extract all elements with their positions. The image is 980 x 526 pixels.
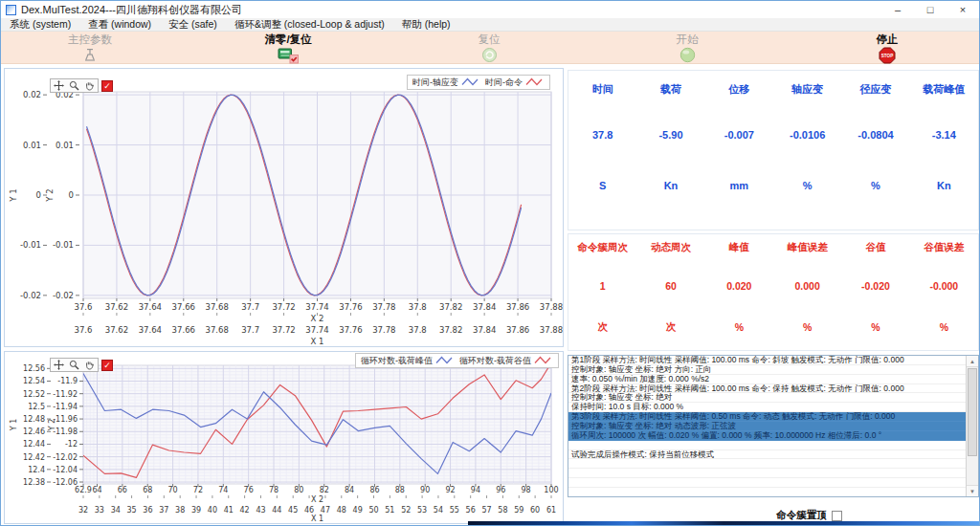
- legend-line-icon: [534, 355, 553, 367]
- svg-text:37.78: 37.78: [372, 325, 395, 335]
- pan-tool-icon[interactable]: [83, 359, 96, 371]
- close-button[interactable]: ×: [947, 1, 979, 18]
- log-row[interactable]: 第1阶段 采样方法: 时间线性 采样阈值: 100.00 ms 命令: 斜坡 触…: [568, 356, 966, 365]
- scroll-down-icon[interactable]: ▼: [967, 485, 978, 496]
- scroll-up-icon[interactable]: ▲: [967, 356, 978, 367]
- cycle-readout-table: 命令簇周次动态周次峰值峰值误差谷值谷值误差1600.0200.000-0.020…: [568, 233, 979, 351]
- pan-tool-icon[interactable]: [83, 79, 96, 92]
- x2-axis-label: X 2: [311, 495, 323, 504]
- menu-item-help[interactable]: 帮助 (help): [393, 18, 459, 32]
- menu-item-loop-adjust[interactable]: 循环&调整 (closed-Loop & adjust): [226, 18, 393, 32]
- svg-text:37.7: 37.7: [241, 302, 259, 312]
- svg-text:74: 74: [218, 486, 228, 494]
- readout-unit-5: %: [910, 311, 978, 343]
- command-pin-checkbox[interactable]: [832, 511, 842, 521]
- svg-text:37.66: 37.66: [172, 325, 195, 335]
- readout-value-5: -3.14: [910, 107, 978, 163]
- y2-axis-label: Y 2: [45, 188, 55, 202]
- svg-text:-0.01: -0.01: [53, 240, 74, 250]
- readout-header-1: 动态周次: [636, 234, 704, 261]
- svg-text:-11.9: -11.9: [57, 377, 78, 385]
- readout-value-3: -0.0106: [773, 107, 841, 163]
- log-row[interactable]: 控制对象: 轴应变 坐标: 绝对: [568, 393, 966, 403]
- readout-header-3: 峰值误差: [773, 234, 841, 261]
- svg-text:37.6: 37.6: [75, 302, 93, 312]
- svg-text:84: 84: [345, 486, 354, 494]
- legend-item[interactable]: 时间-命令: [485, 77, 545, 89]
- svg-text:45: 45: [288, 506, 298, 515]
- svg-text:37.8: 37.8: [409, 302, 427, 312]
- scrollbar-thumb[interactable]: [968, 368, 977, 456]
- toolbar-label-master-params: 主控参数: [33, 33, 147, 47]
- log-row[interactable]: [568, 469, 966, 478]
- move-tool-icon[interactable]: [53, 79, 65, 92]
- log-row[interactable]: [568, 441, 966, 450]
- log-row[interactable]: 控制对象: 轴应变 坐标: 绝对 方向: 正向: [568, 365, 966, 375]
- svg-text:42: 42: [240, 506, 250, 515]
- svg-text:82: 82: [320, 486, 329, 494]
- log-row[interactable]: 循环周次: 100000 次 幅值: 0.020 % 偏置: 0.000 % 频…: [568, 431, 966, 441]
- toolbar-button-reset[interactable]: 复位: [432, 33, 546, 67]
- svg-text:37.68: 37.68: [206, 325, 229, 335]
- readout-value-5: -0.000: [910, 261, 978, 311]
- log-row[interactable]: 保持时间: 10.0 s 目标: 0.000 %: [568, 403, 966, 412]
- log-row[interactable]: 速率: 0.050 %/min 加速度: 0.000 %/s2: [568, 375, 966, 384]
- cycle-log-plot[interactable]: 12.56-11.8812.54-11.912.52-11.9212.5-11.…: [5, 352, 563, 523]
- svg-text:37.6: 37.6: [75, 325, 93, 335]
- readout-value-1: -5.90: [636, 107, 704, 163]
- toolbar-button-start[interactable]: 开始: [630, 33, 745, 67]
- menu-item-safe[interactable]: 安全 (safe): [160, 18, 226, 32]
- legend-item[interactable]: 循环对数-载荷谷值: [459, 355, 553, 367]
- plot-visible-checkbox[interactable]: ✓: [101, 360, 113, 371]
- log-row[interactable]: 控制对象: 轴应变 坐标: 绝对 动态波形: 正弦波: [568, 422, 966, 431]
- svg-text:37.62: 37.62: [105, 325, 128, 335]
- chart-legend: 循环对数-载荷峰值循环对数-载荷谷值: [355, 353, 559, 368]
- main-toolbar: 主控参数清零/复位复位开始停止STOP: [1, 32, 979, 64]
- log-row[interactable]: [568, 478, 966, 488]
- y2-axis-label: Y 2: [48, 419, 56, 432]
- clear-reset-icon: [278, 47, 300, 64]
- log-row[interactable]: [568, 459, 966, 469]
- svg-text:56: 56: [466, 506, 476, 515]
- svg-text:54: 54: [434, 506, 443, 515]
- readout-unit-1: Kn: [636, 163, 704, 208]
- log-scrollbar[interactable]: ▲ ▼: [966, 356, 978, 496]
- svg-text:44: 44: [272, 506, 281, 515]
- main-content: 0.020.020.010.0100-0.01-0.01-0.02-0.02Y …: [1, 64, 979, 526]
- svg-text:-0.02: -0.02: [53, 291, 74, 300]
- cycle-log-chart-panel: 12.56-11.8812.54-11.912.52-11.9212.5-11.…: [4, 351, 564, 524]
- strain-command-plot[interactable]: 0.020.020.010.0100-0.01-0.01-0.02-0.02Y …: [5, 69, 563, 346]
- log-row[interactable]: 第2阶段 采样方法: 时间线性 采样阈值: 100.00 ms 命令: 保持 触…: [568, 384, 966, 394]
- legend-item[interactable]: 循环对数-载荷峰值: [361, 355, 455, 367]
- svg-text:48: 48: [337, 506, 346, 515]
- right-column: 时间载荷位移轴应变径应变载荷峰值37.8-5.90-0.007-0.0106-0…: [568, 64, 979, 526]
- log-row[interactable]: [568, 488, 966, 496]
- reset-icon: [481, 47, 498, 64]
- maximize-button[interactable]: □: [914, 1, 947, 18]
- toolbar-button-clear-reset[interactable]: 清零/复位: [231, 33, 345, 68]
- svg-text:37.72: 37.72: [272, 302, 295, 312]
- svg-text:76: 76: [244, 486, 254, 494]
- log-row[interactable]: 试验完成后操作模式: 保持当前位移模式: [568, 450, 966, 460]
- move-tool-icon[interactable]: [53, 359, 65, 371]
- menu-item-system[interactable]: 系统 (system): [1, 18, 79, 32]
- log-row[interactable]: 第3阶段 采样方法: 时间线性 采样阈值: 0.50 ms 命令: 动态 触发模…: [568, 412, 966, 422]
- zoom-tool-icon[interactable]: [68, 359, 80, 371]
- svg-text:-11.94: -11.94: [53, 403, 78, 411]
- svg-text:37.68: 37.68: [206, 302, 229, 312]
- readout-value-2: -0.007: [705, 107, 773, 163]
- svg-text:-0.02: -0.02: [20, 291, 41, 300]
- plot-visible-checkbox[interactable]: ✓: [101, 80, 113, 92]
- toolbar-button-stop[interactable]: 停止STOP: [830, 33, 945, 68]
- legend-item[interactable]: 时间-轴应变: [412, 77, 480, 89]
- legend-line-icon: [435, 355, 455, 367]
- command-pin-row: 命令簇置顶: [568, 509, 979, 522]
- menu-item-view[interactable]: 查看 (window): [79, 18, 160, 32]
- minimize-button[interactable]: –: [881, 1, 914, 18]
- toolbar-button-master-params[interactable]: 主控参数: [33, 33, 147, 67]
- x1-axis-label: X 1: [311, 515, 323, 523]
- svg-text:39: 39: [191, 506, 201, 515]
- svg-text:58: 58: [498, 506, 507, 515]
- readout-unit-5: Kn: [910, 163, 978, 208]
- zoom-tool-icon[interactable]: [68, 79, 80, 92]
